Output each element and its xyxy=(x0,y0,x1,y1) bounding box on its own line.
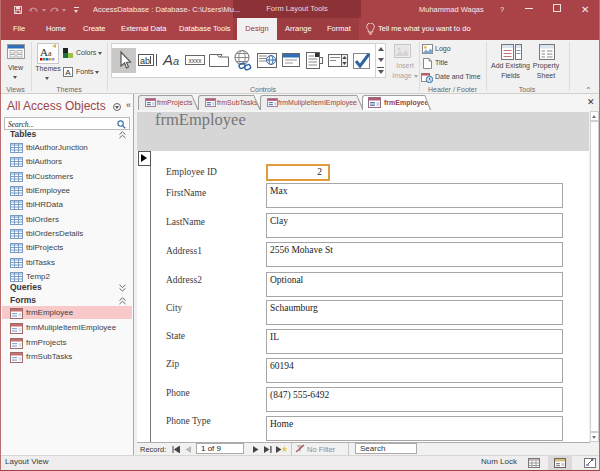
svg-text:a: a xyxy=(48,49,52,58)
svg-text:ab: ab xyxy=(140,56,150,66)
svg-text:A: A xyxy=(162,51,173,68)
svg-text:A: A xyxy=(40,46,48,58)
svg-text:xxxx: xxxx xyxy=(189,57,203,64)
svg-text:a: a xyxy=(173,55,179,67)
